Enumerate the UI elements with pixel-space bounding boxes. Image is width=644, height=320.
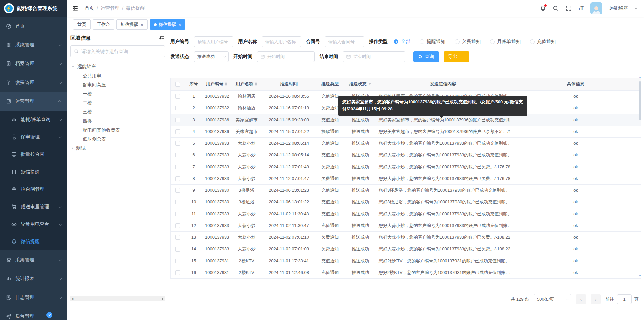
scroll-right-icon[interactable]: ▶ [162,297,164,300]
scroll-left-icon[interactable]: ◀ [71,297,73,300]
fullscreen-icon[interactable] [566,5,572,11]
close-icon[interactable]: × [179,22,181,27]
avatar[interactable] [590,2,602,14]
table-vertical-scrollbar[interactable]: ▲ ▼ [638,76,642,277]
tree-node[interactable]: 三楼 [70,107,165,117]
cell-sms-content[interactable]: 您好大蒜小炒，您的客户编号为1000137933的账户已欠费。/-108.22 … [376,243,510,255]
radio-option[interactable]: 提醒通知 [420,39,445,45]
sort-icon[interactable] [225,82,227,86]
font-size-icon[interactable]: TT [578,6,584,11]
row-checkbox[interactable] [175,141,180,146]
row-checkbox[interactable] [175,235,180,240]
scroll-up-icon[interactable]: ▲ [639,76,641,79]
row-checkbox[interactable] [175,129,180,134]
cell-sms-content[interactable]: 您好大蒜小炒，您的客户编号为1000137933的账户已成功充值到账。 ... [376,137,510,149]
cell-sms-content[interactable]: 您好美家宜超市，您的客户编号为1000137936的账户已余额不足。/1... [376,126,510,137]
radio-option[interactable]: 充值通知 [530,39,556,45]
tree-node-root[interactable]: 远能锦座 [70,62,165,71]
cell-sms-content[interactable]: 您好大蒜小炒，您的客户编号为1000137933的账户已成功充值到账。 ... [376,220,510,231]
table-row[interactable]: 14 1000137933 大蒜小炒 2024-11-02 07:01:09 欠… [171,243,641,255]
tree-node[interactable]: 低压侧总表 [70,135,165,144]
tree-node[interactable]: 四楼 [70,117,165,126]
row-checkbox[interactable] [175,259,180,263]
row-checkbox[interactable] [175,200,180,204]
cell-sms-content[interactable]: 您好大蒜小炒，您的客户编号为1000137933的账户已欠费。/-108.22 … [376,231,510,243]
table-row[interactable]: 7 1000137933 大蒜小炒 2024-11-12 07:01:49 欠费… [171,161,641,173]
sidebar-item-energy-bill-query[interactable]: 能耗/账单查询 [0,111,67,128]
table-row[interactable]: 10 1000137930 3楼足浴 2024-11-06 13:01:22 充… [171,196,641,208]
user-id-input[interactable] [194,36,233,47]
start-time-input[interactable]: 开始时间 [257,51,315,62]
tree-node-test[interactable]: 测试 [70,144,165,153]
cell-sms-content[interactable]: 您好2楼KTV，您的客户编号为1000137931的账户已成功充值到账。/... [376,255,510,267]
table-row[interactable]: 12 1000137933 大蒜小炒 2024-11-02 11:30:47 充… [171,220,641,231]
sidebar-item-abnormal-power[interactable]: 异常用电查看 [0,216,67,233]
tree-expand-caret-icon[interactable] [72,66,74,67]
tree-node[interactable]: 二楼 [70,98,165,107]
column-user-name[interactable]: 用户名称 [231,78,262,90]
scrollbar-thumb[interactable] [639,81,641,120]
tab-home[interactable]: 首页 [73,19,91,30]
panel-fold-icon[interactable] [159,36,164,41]
row-checkbox[interactable] [175,118,180,122]
row-checkbox[interactable] [175,153,180,157]
sidebar-item-power-protection[interactable]: 保电管理 [0,128,67,146]
sidebar-item-payment[interactable]: 缴费管理 [0,73,67,92]
tree-search-input[interactable] [81,49,161,54]
sidebar-scroll-down-indicator[interactable] [46,312,52,318]
tree-collapsed-caret-icon[interactable] [72,147,73,150]
table-row[interactable]: 8 1000137933 大蒜小炒 2024-11-12 07:01:47 欠费… [171,173,641,184]
table-row[interactable]: 5 1000137933 大蒜小炒 2024-11-12 08:05:14 充值… [171,137,641,149]
row-checkbox[interactable] [175,188,180,193]
send-status-select[interactable]: 推送成功 [194,51,229,62]
sidebar-item-collection[interactable]: 采集管理 [0,250,67,269]
search-icon[interactable] [553,5,559,11]
search-button[interactable]: 查询 [413,51,439,62]
table-row[interactable]: 6 1000137933 大蒜小炒 2024-11-12 08:05:14 充值… [171,149,641,161]
radio-option[interactable]: 欠费通知 [455,39,481,45]
sidebar-item-wechat-reminder[interactable]: 微信提醒 [0,233,67,250]
notification-bell-icon[interactable] [540,5,546,11]
row-checkbox[interactable] [175,223,180,228]
cell-sms-content[interactable]: 您好大蒜小炒，您的客户编号为1000137933的账户已欠费。/-176.78 … [376,161,510,173]
cell-sms-content[interactable]: 您好大蒜小炒，您的客户编号为1000137933的账户已成功充值到账。 ... [376,149,510,161]
current-user[interactable]: 远能锦座 [609,5,628,11]
row-checkbox[interactable] [175,212,180,216]
table-row[interactable]: 4 1000137936 美家宜超市 2024-11-15 07:01:22 提… [171,126,641,137]
page-size-select[interactable]: 500条/页 [534,294,571,304]
next-page-button[interactable]: › [591,294,601,304]
select-all-checkbox[interactable] [175,82,180,87]
tree-node[interactable]: 公共用电 [70,71,165,80]
row-checkbox[interactable] [175,94,180,99]
breadcrumb-operations[interactable]: 运营管理 [101,5,119,11]
cell-sms-content[interactable]: 您好大蒜小炒，您的客户编号为1000137933的账户已成功充值到账。 ... [376,208,510,220]
scroll-down-icon[interactable]: ▼ [639,275,641,277]
table-row[interactable]: 9 1000137930 3楼足浴 2024-11-06 13:01:23 充值… [171,184,641,196]
tree-node[interactable]: 一楼 [70,89,165,98]
sort-icon[interactable] [255,82,257,86]
sidebar-item-operations[interactable]: 运营管理 [0,92,67,111]
sidebar-item-switch-management[interactable]: 拉合闸管理 [0,181,67,198]
row-checkbox[interactable] [175,165,180,169]
sidebar-item-logs[interactable]: 日志管理 [0,288,67,307]
filter-funnel-icon[interactable] [368,82,372,86]
sidebar-item-sms-reminder[interactable]: 短信提醒 [0,163,67,181]
column-push-status[interactable]: 推送状态 [344,78,376,90]
user-name-input[interactable] [262,36,301,47]
cell-sms-content[interactable]: 您好3楼足浴，您的客户编号为1000137930的账户已成功充值到账。/... [376,196,510,208]
column-user-id[interactable]: 用户编号 [202,78,231,90]
sidebar-item-batch-switch[interactable]: 批量拉合闸 [0,146,67,163]
sidebar-item-backend[interactable]: 后台管理 [0,307,67,320]
cell-sms-content[interactable]: 您好大蒜小炒，您的客户编号为1000137933的账户已欠费。/-176.78 … [376,173,510,184]
export-dropdown-caret[interactable] [462,54,469,59]
row-checkbox[interactable] [175,247,180,252]
tab-workbench[interactable]: 工作台 [93,19,114,30]
row-checkbox[interactable] [175,106,180,110]
cell-sms-content[interactable]: 您好3楼足浴，您的客户编号为1000137930的账户已成功充值到账。/... [376,184,510,196]
table-row[interactable]: 13 1000137933 大蒜小炒 2024-11-02 07:01:10 欠… [171,231,641,243]
page-number-input[interactable] [617,294,632,304]
table-row[interactable]: 15 1000137931 2楼KTV 2024-11-01 17:33:41 … [171,255,641,267]
tree-horizontal-scrollbar[interactable]: ◀ ▶ [70,296,165,301]
breadcrumb-home[interactable]: 首页 [85,5,94,11]
menu-fold-icon[interactable] [72,5,78,11]
